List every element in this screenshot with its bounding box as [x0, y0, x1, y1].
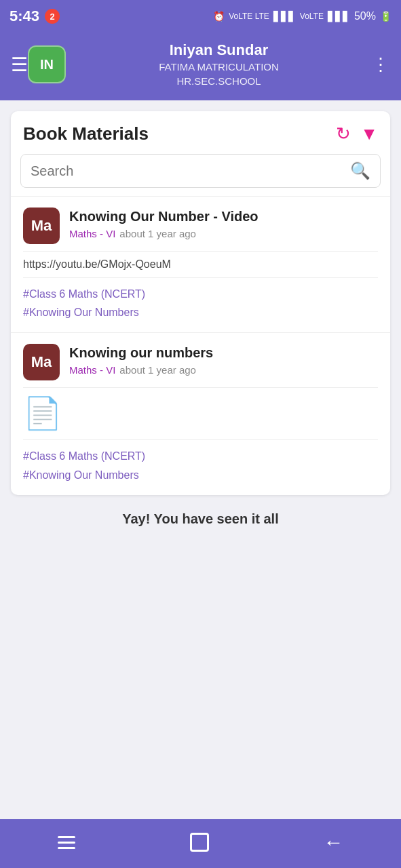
material-divider	[23, 251, 378, 252]
user-name: Iniyan Sundar	[66, 41, 372, 59]
material-time: about 1 year ago	[119, 228, 196, 239]
material-meta: Maths - VI about 1 year ago	[69, 364, 378, 376]
material-title: Knowing our numbers	[69, 344, 378, 361]
app-header: ☰ IN Iniyan Sundar FATIMA MATRICULATION …	[0, 33, 401, 100]
material-item-header: Ma Knowing Our Number - Video Maths - VI…	[23, 208, 378, 244]
material-divider-2	[23, 277, 378, 278]
end-message: Yay! You have seen it all	[11, 495, 390, 543]
file-icon[interactable]: 📄	[23, 395, 62, 431]
school-name-line2: HR.SEC.SCHOOL	[66, 75, 372, 88]
battery-icon: 🔋	[380, 11, 392, 22]
bottom-nav: ←	[0, 819, 401, 868]
material-time: about 1 year ago	[119, 364, 196, 376]
menu-line	[58, 847, 75, 849]
nav-menu-button[interactable]	[58, 836, 75, 849]
material-item: Ma Knowing Our Number - Video Maths - VI…	[11, 196, 390, 332]
material-tags: #Class 6 Maths (NCERT) #Knowing Our Numb…	[23, 447, 378, 484]
file-icon-container: 📄	[23, 395, 378, 431]
card-actions: ↻ ▼	[336, 123, 378, 144]
card-title: Book Materials	[23, 123, 149, 144]
material-item-header: Ma Knowing our numbers Maths - VI about …	[23, 344, 378, 380]
alarm-icon: ⏰	[213, 11, 225, 22]
signal-text-2: VoLTE	[300, 12, 324, 21]
status-bar-right: ⏰ VoLTE LTE ▋▋▋ VoLTE ▋▋▋ 50% 🔋	[213, 10, 392, 22]
hamburger-icon	[58, 836, 75, 849]
status-time: 5:43	[9, 7, 39, 25]
material-link[interactable]: https://youtu.be/GMojx-QoeuM	[23, 258, 378, 271]
status-bar: 5:43 2 ⏰ VoLTE LTE ▋▋▋ VoLTE ▋▋▋ 50% 🔋	[0, 0, 401, 33]
material-info: Knowing Our Number - Video Maths - VI ab…	[69, 208, 378, 239]
nav-back-button[interactable]: ←	[324, 831, 344, 854]
main-content: Book Materials ↻ ▼ 🔍 Ma Knowing Our Numb…	[0, 100, 401, 819]
material-tag: #Class 6 Maths (NCERT)	[23, 447, 378, 465]
back-icon: ←	[324, 831, 344, 854]
refresh-icon[interactable]: ↻	[336, 123, 351, 144]
material-tag: #Knowing Our Numbers	[23, 303, 378, 321]
filter-icon[interactable]: ▼	[360, 123, 378, 144]
book-materials-card: Book Materials ↻ ▼ 🔍 Ma Knowing Our Numb…	[11, 111, 390, 495]
material-tag: #Class 6 Maths (NCERT)	[23, 285, 378, 303]
material-divider-2	[23, 439, 378, 440]
signal-bars-2: ▋▋▋	[328, 11, 350, 22]
signal-bars: ▋▋▋	[273, 11, 296, 22]
header-title-block: Iniyan Sundar FATIMA MATRICULATION HR.SE…	[66, 41, 372, 88]
search-bar[interactable]: 🔍	[20, 154, 381, 188]
material-logo: Ma	[23, 208, 60, 244]
notification-badge: 2	[45, 9, 60, 24]
material-tag: #Knowing Our Numbers	[23, 466, 378, 484]
signal-text: VoLTE LTE	[229, 12, 269, 21]
material-info: Knowing our numbers Maths - VI about 1 y…	[69, 344, 378, 376]
material-logo: Ma	[23, 344, 60, 380]
material-title: Knowing Our Number - Video	[69, 208, 378, 225]
status-bar-left: 5:43 2	[9, 7, 60, 25]
material-subject: Maths - VI	[69, 364, 115, 376]
more-options-icon[interactable]: ⋮	[372, 54, 390, 75]
battery-text: 50%	[354, 10, 376, 22]
material-tags: #Class 6 Maths (NCERT) #Knowing Our Numb…	[23, 285, 378, 321]
material-meta: Maths - VI about 1 year ago	[69, 228, 378, 239]
material-subject: Maths - VI	[69, 228, 115, 239]
search-icon[interactable]: 🔍	[350, 161, 370, 180]
nav-home-button[interactable]	[190, 833, 209, 852]
school-name-line1: FATIMA MATRICULATION	[66, 60, 372, 74]
home-icon	[190, 833, 209, 852]
search-input[interactable]	[31, 163, 350, 179]
material-item: Ma Knowing our numbers Maths - VI about …	[11, 332, 390, 494]
menu-icon[interactable]: ☰	[11, 54, 28, 76]
material-divider	[23, 387, 378, 388]
avatar: IN	[28, 45, 66, 83]
menu-line	[58, 836, 75, 838]
card-header: Book Materials ↻ ▼	[11, 111, 390, 151]
menu-line	[58, 842, 75, 844]
